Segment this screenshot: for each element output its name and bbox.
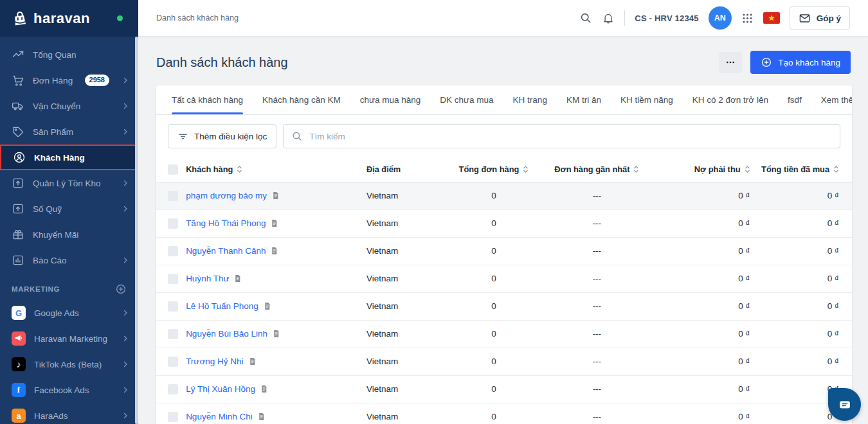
notification-bell-icon[interactable] (602, 12, 615, 24)
sort-icon[interactable] (237, 165, 242, 173)
tab-km-tri-an[interactable]: KM tri ân (566, 85, 601, 114)
orders-cell: 0 (450, 348, 537, 375)
last-order-cell: --- (538, 403, 657, 424)
customer-link[interactable]: Lý Thị Xuân Hồng (186, 384, 255, 394)
add-filter-button[interactable]: Thêm điều kiện lọc (168, 124, 276, 148)
sidebar: haravan Tổng Quan Đơn Hàng 2958 (0, 0, 138, 424)
customer-icon (13, 151, 26, 164)
tab-kh-tiem-nang[interactable]: KH tiềm năng (620, 85, 673, 114)
sort-icon[interactable] (745, 165, 750, 173)
vietnam-flag-icon[interactable] (763, 12, 780, 24)
chevron-right-icon (122, 128, 129, 136)
table-row[interactable]: phạm dương bảo my Vietnam 0 --- 0 ₫ 0 ₫ (156, 182, 852, 209)
table-row[interactable]: Nguyễn Minh Chi Vietnam 0 --- 0 ₫ 0 ₫ (156, 403, 852, 424)
tab-kh-trang[interactable]: KH trang (513, 85, 547, 114)
note-icon (271, 191, 280, 200)
sidebar-scrollbar[interactable] (135, 37, 138, 424)
customer-link[interactable]: Trương Hỷ Nhi (186, 357, 243, 366)
page-header: Danh sách khách hàng Tạo khách hàng (138, 37, 868, 85)
row-checkbox[interactable] (168, 301, 178, 312)
sidebar-item-quan-ly-ton-kho[interactable]: Quản Lý Tồn Kho (0, 170, 138, 196)
customer-link[interactable]: Nguyễn Thanh Cảnh (186, 246, 266, 256)
sort-icon[interactable] (523, 165, 529, 173)
customer-link[interactable]: phạm dương bảo my (186, 191, 267, 200)
orders-cell: 0 (450, 182, 537, 209)
sidebar-item-tiktok-ads[interactable]: ♪ TikTok Ads (Beta) (0, 351, 138, 377)
tab-tat-ca-khach-hang[interactable]: Tất cả khách hàng (172, 85, 243, 114)
sidebar-item-so-quy[interactable]: Số Quỹ (0, 196, 138, 222)
create-customer-button[interactable]: Tạo khách hàng (750, 51, 851, 74)
last-order-cell: --- (538, 265, 657, 292)
customer-link[interactable]: Lê Hồ Tuấn Phong (186, 301, 258, 311)
sidebar-item-google-ads[interactable]: G Google Ads (0, 300, 138, 326)
customer-link[interactable]: Nguyễn Minh Chi (186, 412, 253, 421)
table-row[interactable]: Lê Hồ Tuấn Phong Vietnam 0 --- 0 ₫ 0 ₫ (156, 292, 852, 320)
app-root: haravan Tổng Quan Đơn Hàng 2958 (0, 0, 868, 424)
haravan-logo[interactable]: haravan (0, 0, 138, 37)
customer-link[interactable]: Huỳnh Thư (186, 274, 229, 283)
sidebar-item-label: Sản Phẩm (33, 127, 73, 137)
row-checkbox[interactable] (168, 246, 178, 256)
sidebar-item-tong-quan[interactable]: Tổng Quan (0, 42, 138, 67)
sidebar-item-label: Đơn Hàng (33, 76, 73, 85)
breadcrumb[interactable]: Danh sách khách hàng (156, 13, 239, 22)
sidebar-item-bao-cao[interactable]: Báo Cáo (0, 247, 138, 273)
select-all-checkbox[interactable] (168, 164, 178, 175)
sort-icon[interactable] (833, 165, 839, 173)
search-icon[interactable] (579, 12, 592, 24)
row-checkbox[interactable] (168, 384, 178, 394)
table-row[interactable]: Nguyễn Thanh Cảnh Vietnam 0 --- 0 ₫ 0 ₫ (156, 237, 852, 265)
search-input[interactable] (309, 132, 832, 141)
apps-grid-icon[interactable] (741, 12, 754, 24)
location-cell: Vietnam (366, 265, 450, 292)
table-row[interactable]: Huỳnh Thư Vietnam 0 --- 0 ₫ 0 ₫ (156, 265, 852, 292)
sidebar-item-label: Haravan Marketing (34, 334, 107, 344)
page-title: Danh sách khách hàng (156, 55, 288, 70)
filter-row: Thêm điều kiện lọc (156, 115, 852, 157)
sidebar-item-haraads[interactable]: a HaraAds (0, 403, 138, 424)
receivable-cell: 0 ₫ (656, 375, 750, 403)
tab-chua-mua-hang[interactable]: chưa mua hàng (360, 85, 421, 114)
tab-fsdf[interactable]: fsdf (788, 85, 802, 114)
table-row[interactable]: Trương Hỷ Nhi Vietnam 0 --- 0 ₫ 0 ₫ (156, 348, 852, 375)
table-row[interactable]: Nguyễn Bùi Bảo Linh Vietnam 0 --- 0 ₫ 0 … (156, 320, 852, 348)
sidebar-item-don-hang[interactable]: Đơn Hàng 2958 (0, 67, 138, 93)
sidebar-item-san-pham[interactable]: Sản Phẩm (0, 119, 138, 145)
sidebar-item-facebook-ads[interactable]: f Facebook Ads (0, 377, 138, 403)
note-icon (263, 302, 271, 310)
chevron-right-icon (122, 179, 129, 187)
customer-link[interactable]: Nguyễn Bùi Bảo Linh (186, 329, 267, 339)
sidebar-item-van-chuyen[interactable]: Vận Chuyển (0, 93, 138, 119)
row-checkbox[interactable] (168, 329, 178, 339)
row-checkbox[interactable] (168, 274, 178, 284)
total-spent-cell: 0 ₫ (750, 237, 852, 265)
create-customer-label: Tạo khách hàng (778, 58, 840, 67)
avatar[interactable]: AN (709, 6, 732, 30)
chat-widget-button[interactable] (828, 388, 861, 421)
sort-icon[interactable] (633, 165, 639, 173)
tab-dk-chua-mua[interactable]: DK chưa mua (440, 85, 493, 114)
tab-kh-co-2-don-tro-len[interactable]: KH có 2 đơn trở lên (692, 85, 768, 114)
sidebar-item-haravan-marketing[interactable]: Haravan Marketing (0, 326, 138, 351)
feedback-button[interactable]: Góp ý (790, 6, 850, 30)
add-marketing-channel-icon[interactable] (115, 283, 127, 295)
row-checkbox[interactable] (168, 412, 178, 422)
table-row[interactable]: Lý Thị Xuân Hồng Vietnam 0 --- 0 ₫ 0 ₫ (156, 375, 852, 403)
tab-khach-hang-can-km[interactable]: Khách hàng cần KM (262, 85, 341, 114)
row-checkbox[interactable] (168, 191, 178, 201)
row-checkbox[interactable] (168, 357, 178, 367)
row-checkbox[interactable] (168, 218, 178, 229)
orders-cell: 0 (450, 237, 537, 265)
tag-icon (12, 125, 24, 138)
location-cell: Vietnam (366, 292, 450, 320)
topbar-divider (624, 10, 625, 26)
facebook-ads-icon: f (12, 383, 26, 397)
last-order-cell: --- (538, 348, 657, 375)
customer-link[interactable]: Tăng Hồ Thái Phong (186, 218, 266, 228)
sidebar-item-khach-hang[interactable]: Khách Hàng (0, 145, 138, 170)
tab-xem-them[interactable]: Xem thêm (821, 85, 852, 114)
chevron-right-icon (122, 256, 129, 264)
table-row[interactable]: Tăng Hồ Thái Phong Vietnam 0 --- 0 ₫ 0 ₫ (156, 209, 852, 237)
more-actions-button[interactable] (719, 52, 742, 73)
sidebar-item-khuyen-mai[interactable]: Khuyến Mãi (0, 222, 138, 247)
